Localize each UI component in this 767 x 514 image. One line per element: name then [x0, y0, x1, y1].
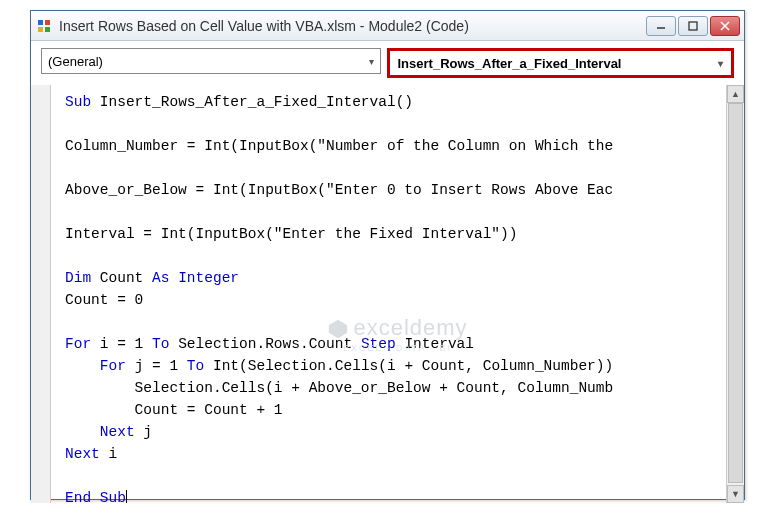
svg-rect-1	[45, 20, 50, 25]
code-editor[interactable]: Sub Insert_Rows_After_a_Fixed_Interval()…	[51, 85, 744, 503]
chevron-down-icon: ▾	[369, 56, 374, 67]
object-dropdown-value: (General)	[48, 54, 103, 69]
object-dropdown[interactable]: (General) ▾	[41, 48, 381, 74]
svg-rect-5	[689, 22, 697, 30]
code-gutter	[31, 85, 51, 503]
svg-rect-0	[38, 20, 43, 25]
code-area: Sub Insert_Rows_After_a_Fixed_Interval()…	[31, 85, 744, 503]
scroll-thumb[interactable]	[728, 103, 743, 483]
procedure-dropdown-value: Insert_Rows_After_a_Fixed_Interval	[398, 56, 622, 71]
window-controls	[646, 16, 740, 36]
svg-rect-2	[38, 27, 43, 32]
minimize-button[interactable]	[646, 16, 676, 36]
svg-rect-3	[45, 27, 50, 32]
close-button[interactable]	[710, 16, 740, 36]
vba-icon	[35, 17, 53, 35]
vertical-scrollbar[interactable]: ▲ ▼	[726, 85, 744, 503]
window-title: Insert Rows Based on Cell Value with VBA…	[59, 18, 646, 34]
titlebar: Insert Rows Based on Cell Value with VBA…	[31, 11, 744, 41]
dropdown-row: (General) ▾ Insert_Rows_After_a_Fixed_In…	[31, 41, 744, 85]
chevron-down-icon: ▾	[718, 58, 723, 69]
vba-code-window: Insert Rows Based on Cell Value with VBA…	[30, 10, 745, 500]
scroll-down-arrow[interactable]: ▼	[727, 485, 744, 503]
code-wrap: Sub Insert_Rows_After_a_Fixed_Interval()…	[51, 85, 744, 503]
maximize-button[interactable]	[678, 16, 708, 36]
scroll-up-arrow[interactable]: ▲	[727, 85, 744, 103]
text-cursor	[126, 490, 127, 503]
procedure-dropdown[interactable]: Insert_Rows_After_a_Fixed_Interval ▾	[387, 48, 735, 78]
